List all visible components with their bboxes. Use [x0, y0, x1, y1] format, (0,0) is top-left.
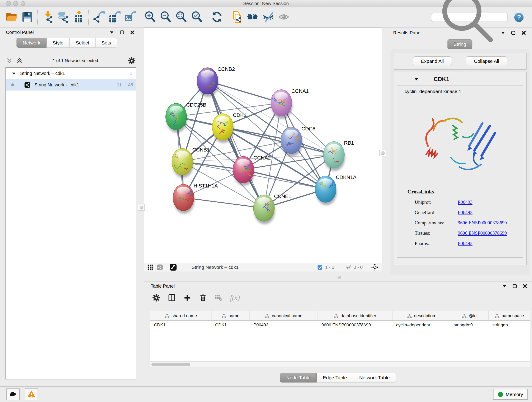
- collapse-all-networks-icon[interactable]: [6, 57, 13, 64]
- export-table-button[interactable]: [108, 11, 120, 24]
- eye-gray-button[interactable]: [278, 11, 290, 24]
- birdseye-view-icon[interactable]: [170, 264, 177, 271]
- table-cell[interactable]: P06493: [250, 321, 318, 329]
- show-column-icon[interactable]: [168, 294, 176, 302]
- expand-all-button[interactable]: Expand All: [413, 56, 452, 66]
- crosslink-link[interactable]: P06493: [458, 210, 472, 216]
- table-cell[interactable]: CDK1: [150, 321, 211, 329]
- panel-collapse-icon[interactable]: [109, 30, 114, 35]
- grid-view-icon[interactable]: [147, 264, 153, 270]
- table-cell[interactable]: stringdb: [489, 321, 530, 329]
- crosslink-link[interactable]: P06493: [458, 199, 472, 205]
- import-database-button[interactable]: [57, 11, 69, 24]
- table-cell[interactable]: stringdb:9...: [450, 321, 489, 329]
- network-node-CCNA1[interactable]: [271, 89, 292, 119]
- table-options-gear-icon[interactable]: [152, 294, 160, 302]
- network-node-RB1[interactable]: [323, 142, 345, 171]
- open-folder-button[interactable]: [6, 11, 18, 24]
- zoom-fit-button[interactable]: [175, 11, 187, 24]
- network-node-CDC6[interactable]: [281, 127, 302, 157]
- crosslink-link[interactable]: 9606.ENSP00000378699: [458, 220, 507, 226]
- search-input[interactable]: [502, 15, 506, 20]
- clone-network-button[interactable]: [231, 11, 243, 24]
- panel-close-icon[interactable]: [523, 284, 527, 288]
- panel-close-icon[interactable]: [521, 31, 526, 35]
- tab-sets[interactable]: Sets: [95, 38, 117, 48]
- memory-button[interactable]: Memory: [493, 389, 528, 400]
- tab-edge-table[interactable]: Edge Table: [317, 373, 353, 383]
- network-node-HIST1H1A[interactable]: [173, 184, 195, 214]
- table-cell[interactable]: cyclin–dependent ...: [393, 321, 450, 329]
- cloud-button[interactable]: [6, 389, 20, 400]
- tab-network-table[interactable]: Network Table: [353, 373, 396, 383]
- selected-items-checkbox-icon[interactable]: [317, 264, 323, 270]
- zoom-selected-button[interactable]: [191, 11, 203, 24]
- column-header-canonical-name[interactable]: canonical name: [250, 311, 318, 320]
- delete-column-icon[interactable]: [199, 294, 207, 302]
- refresh-button[interactable]: [211, 11, 223, 24]
- home-pair-button[interactable]: [247, 11, 259, 24]
- crosslink-link[interactable]: P06493: [458, 241, 472, 246]
- import-network-button[interactable]: [41, 11, 54, 24]
- network-canvas[interactable]: CCNB2CCNA1CDC25BCDK1CDC6RB1CCNB1CCNA2CDK…: [144, 27, 382, 263]
- warnings-button[interactable]: [25, 389, 38, 400]
- collapse-all-button[interactable]: Collapse All: [466, 56, 507, 66]
- add-column-icon[interactable]: [183, 294, 191, 302]
- tab-string[interactable]: String: [447, 39, 472, 49]
- table-row[interactable]: CDK1CDK1P064939606.ENSP00000378699cyclin…: [150, 321, 530, 329]
- column-header-name[interactable]: name: [211, 311, 250, 320]
- hide-show-button[interactable]: [262, 11, 274, 24]
- tab-select[interactable]: Select: [70, 38, 95, 48]
- export-network-button[interactable]: [93, 11, 105, 24]
- network-node-CDC25B[interactable]: [166, 103, 187, 133]
- left-splitter-handle[interactable]: [138, 204, 145, 211]
- right-splitter-handle[interactable]: [380, 150, 386, 156]
- table-horizontal-scrollbar[interactable]: [150, 361, 530, 367]
- column-header-shared-name[interactable]: shared name: [150, 311, 211, 320]
- crosslink-link[interactable]: 9606.ENSP00000378699: [458, 230, 507, 236]
- column-header-@id[interactable]: @id: [450, 311, 489, 320]
- table-cell[interactable]: 9606.ENSP00000378699: [318, 321, 393, 329]
- network-node-CCNA2[interactable]: [233, 156, 254, 186]
- panel-float-icon[interactable]: [512, 284, 517, 288]
- network-node-CDK1[interactable]: [212, 114, 234, 143]
- save-button[interactable]: [21, 11, 33, 24]
- tab-network[interactable]: Network: [17, 38, 46, 48]
- zoom-out-icon: [159, 11, 172, 24]
- network-node-CDKN1A[interactable]: [315, 176, 338, 205]
- network-graph[interactable]: CCNB2CCNA1CDC25BCDK1CDC6RB1CCNB1CCNA2CDK…: [144, 28, 382, 263]
- network-collection-row[interactable]: String Network – cdk1 1: [6, 68, 136, 79]
- export-image-button[interactable]: [124, 11, 136, 24]
- panel-close-icon[interactable]: [130, 30, 135, 35]
- table-cell[interactable]: CDK1: [211, 321, 250, 329]
- network-options-gear-icon[interactable]: [128, 57, 136, 65]
- column-header-description[interactable]: description: [393, 311, 450, 320]
- tab-style[interactable]: Style: [46, 38, 70, 48]
- panel-float-icon[interactable]: [120, 30, 124, 35]
- panel-collapse-icon[interactable]: [500, 31, 505, 35]
- section-expander-icon[interactable]: [414, 77, 418, 82]
- network-row-selected[interactable]: String Network – cdk1 11 48: [6, 79, 136, 90]
- zoom-out-button[interactable]: [159, 11, 172, 24]
- network-node-CCNB2[interactable]: [197, 62, 219, 97]
- column-header-database-identifier[interactable]: database identifier: [318, 311, 393, 320]
- zoom-in-button[interactable]: [144, 11, 156, 24]
- panel-float-icon[interactable]: [511, 31, 516, 35]
- expand-all-networks-icon[interactable]: [16, 57, 23, 64]
- tree-expander-icon[interactable]: [12, 71, 16, 76]
- column-header-namespace[interactable]: namespace: [489, 311, 530, 320]
- network-node-CCNE1[interactable]: [253, 195, 275, 224]
- hidden-items-icon[interactable]: [346, 264, 351, 270]
- help-button[interactable]: ?: [514, 12, 524, 23]
- network-view-icon[interactable]: [157, 264, 163, 270]
- import-table-button[interactable]: [72, 11, 85, 24]
- gene-section-header[interactable]: CDK1: [394, 72, 526, 85]
- panel-collapse-icon[interactable]: [502, 284, 507, 288]
- search-box[interactable]: [431, 13, 508, 22]
- fit-selected-crosshair-icon[interactable]: [371, 263, 379, 271]
- network-node-CCNB1[interactable]: [171, 148, 193, 178]
- tab-node-table[interactable]: Node Table: [280, 373, 317, 383]
- scrollbar-thumb[interactable]: [152, 363, 190, 366]
- node-table[interactable]: shared namenamecanonical namedatabase id…: [150, 311, 530, 367]
- horizontal-splitter-handle[interactable]: [337, 276, 341, 279]
